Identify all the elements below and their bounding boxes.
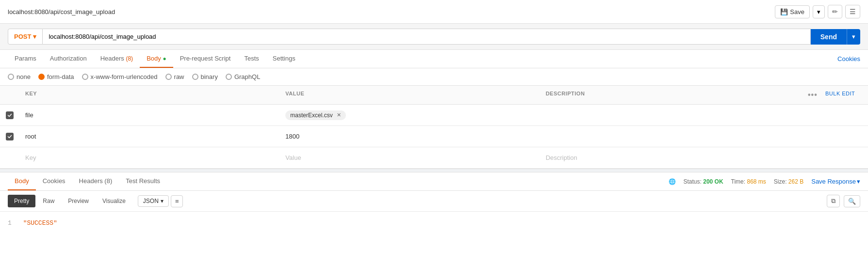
tab-pre-request[interactable]: Pre-request Script: [173, 50, 238, 68]
format-select[interactable]: JSON ▾: [138, 195, 169, 207]
radio-urlencoded[interactable]: x-www-form-urlencoded: [82, 73, 158, 80]
radio-form-data[interactable]: form-data: [38, 73, 74, 80]
size-label: Size: 262 B: [774, 178, 803, 185]
tab-settings[interactable]: Settings: [266, 50, 302, 68]
row1-more-cell: [800, 111, 819, 119]
col-checkbox-header: [0, 89, 19, 101]
send-button[interactable]: Send: [811, 29, 847, 45]
format-bar: Pretty Raw Preview Visualize JSON ▾ ≡ ⧉ …: [0, 191, 868, 212]
method-dropdown-icon: ▾: [33, 33, 36, 40]
save-button[interactable]: 💾 Save: [775, 5, 810, 18]
format-tab-visualize[interactable]: Visualize: [96, 195, 132, 207]
row1-file-remove[interactable]: ✕: [337, 112, 341, 118]
save-icon: 💾: [780, 8, 788, 16]
radio-form-data-label: form-data: [47, 73, 74, 80]
format-tab-pretty[interactable]: Pretty: [8, 195, 35, 207]
response-tab-test-results[interactable]: Test Results: [119, 172, 167, 190]
line-number: 1: [8, 219, 12, 227]
radio-binary[interactable]: binary: [192, 73, 218, 80]
row1-value-cell: masterExcel.csv ✕: [279, 107, 540, 124]
tab-tests[interactable]: Tests: [237, 50, 265, 68]
table-row-placeholder: Key Value Description: [0, 147, 868, 169]
tab-params[interactable]: Params: [8, 50, 43, 68]
table-row: root 1800: [0, 126, 868, 147]
top-bar: localhost:8080/api/cost_image_upload 💾 S…: [0, 0, 868, 24]
copy-button[interactable]: ⧉: [827, 195, 840, 207]
row2-checkbox[interactable]: [6, 133, 14, 140]
method-select[interactable]: POST ▾: [8, 29, 43, 45]
more-options-icon[interactable]: •••: [806, 89, 819, 101]
col-key-header: KEY: [19, 89, 279, 101]
radio-graphql-label: GraphQL: [234, 73, 260, 80]
doc-button[interactable]: ☰: [845, 5, 860, 18]
status-value: 200 OK: [703, 178, 723, 185]
radio-binary-dot: [192, 74, 198, 80]
cookies-link[interactable]: Cookies: [837, 55, 860, 62]
body-type-row: none form-data x-www-form-urlencoded raw…: [0, 68, 868, 86]
radio-urlencoded-dot: [82, 74, 88, 80]
row1-description-cell[interactable]: [540, 111, 800, 119]
radio-binary-label: binary: [201, 73, 218, 80]
size-value: 262 B: [788, 178, 803, 185]
row1-key: file: [25, 111, 33, 119]
row2-key: root: [25, 133, 36, 140]
placeholder-checkbox-cell: [0, 154, 19, 162]
row1-file-name: masterExcel.csv: [290, 112, 332, 119]
body-dot: ●: [163, 55, 166, 62]
response-tab-body[interactable]: Body: [8, 172, 36, 190]
row2-checkbox-cell: [0, 129, 19, 144]
format-tabs: Pretty Raw Preview Visualize: [8, 195, 132, 207]
params-table: KEY VALUE DESCRIPTION ••• Bulk Edit file…: [0, 86, 868, 169]
placeholder-description: Description: [546, 154, 577, 161]
format-select-label: JSON: [143, 198, 159, 204]
save-response-button[interactable]: Save Response ▾: [811, 178, 860, 185]
radio-none-dot: [8, 74, 14, 80]
tab-body[interactable]: Body ●: [140, 50, 173, 68]
search-button[interactable]: 🔍: [844, 195, 860, 207]
response-line-1: "SUCCESS": [23, 219, 57, 227]
row1-key-cell[interactable]: file: [19, 108, 279, 123]
col-more-header: •••: [800, 89, 819, 101]
time-label: Time: 868 ms: [731, 178, 766, 185]
response-tabs-row: Body Cookies Headers (8) Test Results 🌐 …: [0, 172, 868, 191]
response-tab-cookies[interactable]: Cookies: [36, 172, 72, 190]
request-tabs: Params Authorization Headers (8) Body ● …: [8, 50, 302, 68]
radio-graphql[interactable]: GraphQL: [226, 73, 260, 80]
format-dropdown-icon: ▾: [161, 198, 164, 204]
bulk-edit-button[interactable]: Bulk Edit: [819, 89, 868, 101]
col-value-header: VALUE: [279, 89, 540, 101]
radio-none[interactable]: none: [8, 73, 31, 80]
placeholder-key-cell[interactable]: Key: [19, 150, 279, 165]
row1-checkbox[interactable]: [6, 111, 14, 119]
edit-button[interactable]: ✏: [828, 5, 842, 18]
radio-form-data-dot: [38, 74, 45, 80]
format-tab-preview[interactable]: Preview: [62, 195, 95, 207]
wrap-button[interactable]: ≡: [171, 195, 183, 207]
url-input[interactable]: [43, 29, 810, 45]
send-dropdown-button[interactable]: ▾: [847, 29, 860, 45]
radio-raw-dot: [165, 74, 172, 80]
row2-key-cell[interactable]: root: [19, 129, 279, 144]
response-tab-headers[interactable]: Headers (8): [72, 172, 119, 190]
tab-authorization[interactable]: Authorization: [43, 50, 94, 68]
save-dropdown-button[interactable]: ▾: [813, 5, 825, 18]
method-label: POST: [14, 33, 31, 40]
placeholder-value-cell[interactable]: Value: [279, 150, 540, 165]
row2-value-cell[interactable]: 1800: [279, 129, 540, 144]
row1-bulk-cell: [819, 111, 868, 119]
headers-badge: (8): [126, 55, 133, 62]
format-actions: ⧉ 🔍: [827, 195, 860, 207]
time-value: 868 ms: [747, 178, 766, 185]
row2-description-cell[interactable]: [540, 133, 800, 140]
placeholder-value: Value: [285, 154, 301, 161]
tab-headers[interactable]: Headers (8): [94, 50, 140, 68]
radio-none-label: none: [16, 73, 31, 80]
top-bar-actions: 💾 Save ▾ ✏ ☰: [775, 5, 860, 18]
top-bar-url: localhost:8080/api/cost_image_upload: [8, 8, 115, 16]
row1-checkbox-cell: [0, 108, 19, 123]
format-tab-raw[interactable]: Raw: [36, 195, 61, 207]
row2-value: 1800: [285, 133, 299, 140]
radio-raw[interactable]: raw: [165, 73, 184, 80]
placeholder-description-cell[interactable]: Description: [540, 150, 800, 165]
url-bar: POST ▾ Send ▾: [0, 24, 868, 50]
